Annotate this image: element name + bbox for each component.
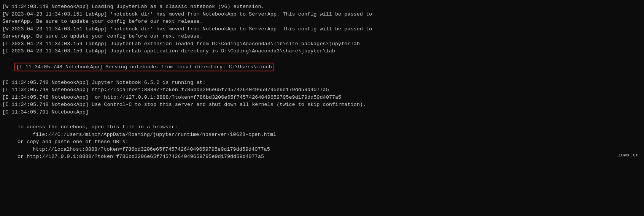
terminal-window: [W 11:34:03.149 NotebookApp] Loading Jup…: [2, 3, 642, 161]
log-line-8-highlighted: [I 11:34:05.748 NotebookApp] Serving not…: [2, 55, 642, 79]
log-line-10: [I 11:34:05.748 NotebookApp] http://loca…: [2, 86, 642, 94]
highlighted-text: [I 11:34:05.748 NotebookApp] Serving not…: [14, 63, 273, 72]
log-line-7: [I 2023-04-23 11:34:03.159 LabApp] Jupyt…: [2, 47, 642, 55]
log-line-19: or http://127.0.0.1:8888/?token=f786bd32…: [2, 153, 642, 161]
blank-line: [2, 116, 642, 123]
log-line-5: ServerApp. Be sure to update your config…: [2, 33, 642, 40]
log-line-15: To access the notebook, open this file i…: [2, 123, 642, 131]
watermark: znwx.cn: [618, 152, 639, 159]
log-line-3: ServerApp. Be sure to update your config…: [2, 18, 642, 25]
log-line-18: http://localhost:8888/?token=f786bd3206e…: [2, 146, 642, 153]
log-line-6: [I 2023-04-23 11:34:03.159 LabApp] Jupyt…: [2, 40, 642, 48]
log-line-16: file:///C:/Users/minch/AppData/Roaming/j…: [2, 131, 642, 139]
log-line-4: [W 2023-04-23 11:34:03.151 LabApp] 'note…: [2, 25, 642, 33]
log-line-2: [W 2023-04-23 11:34:03.151 LabApp] 'note…: [2, 11, 642, 18]
log-line-17: Or copy and paste one of these URLs:: [2, 138, 642, 146]
log-line-13: [C 11:34:05.791 NotebookApp]: [2, 109, 642, 116]
log-line-12: [I 11:34:05.748 NotebookApp] Use Control…: [2, 101, 642, 109]
log-line-9: [I 11:34:05.748 NotebookApp] Jupyter Not…: [2, 79, 642, 87]
log-line-11: [I 11:34:05.748 NotebookApp] or http://1…: [2, 94, 642, 101]
log-line-1: [W 11:34:03.149 NotebookApp] Loading Jup…: [2, 3, 642, 11]
